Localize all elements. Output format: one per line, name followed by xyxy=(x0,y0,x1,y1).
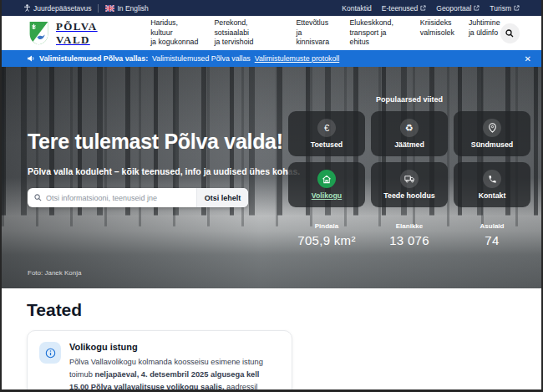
tile-volikogu[interactable]: Volikogu xyxy=(288,162,365,207)
teated-heading: Teated xyxy=(2,288,541,330)
stat-elanikke: Elanikke 13 076 xyxy=(371,222,448,247)
external-link-icon xyxy=(514,5,520,11)
megaphone-icon xyxy=(27,54,35,63)
popular-links-title: Populaarsed viited xyxy=(288,95,530,104)
topbar-link-kontaktid[interactable]: Kontaktid xyxy=(342,4,371,13)
accessibility-label: Juurdepääsetavus xyxy=(33,4,91,13)
language-link[interactable]: In English xyxy=(105,4,148,13)
tile-kontakt[interactable]: Kontakt xyxy=(454,162,530,207)
nav-item-perekond[interactable]: Perekond, sotsiaalabija tervishoid xyxy=(214,18,282,47)
topbar-divider xyxy=(98,4,99,13)
stat-asulaid: Asulaid 74 xyxy=(454,222,530,247)
tile-grid: € Toetused ♻ Jäätmed Sündmused xyxy=(288,111,530,207)
announcement-title: Valimistulemused Põlva vallas: xyxy=(39,54,148,63)
main-nav: Haridus, kultuurja kogukonnad Perekond, … xyxy=(150,18,500,47)
popular-links: Populaarsed viited € Toetused ♻ Jäätmed … xyxy=(288,95,530,207)
search-icon xyxy=(505,29,514,38)
photo-credit: Foto: Janek Konja xyxy=(28,269,81,277)
stat-pindala: Pindala 705,9 km² xyxy=(288,222,365,247)
close-icon[interactable]: ✕ xyxy=(525,54,531,64)
tile-sundmused[interactable]: Sündmused xyxy=(454,111,530,156)
header-search-button[interactable] xyxy=(500,23,520,43)
search-input[interactable] xyxy=(42,194,196,202)
site-logo[interactable]: PÕLVA VALD xyxy=(28,20,132,47)
nav-item-ettevotlus[interactable]: Ettevõtlusja kinnisvara xyxy=(296,18,335,47)
map-pin-icon xyxy=(483,119,501,137)
home-icon xyxy=(317,170,336,188)
notice-title: Volikogu istung xyxy=(69,342,280,352)
municipality-stats: Pindala 705,9 km² Elanikke 13 076 Asulai… xyxy=(288,222,530,247)
notice-card[interactable]: Volikogu istung Põlva Vallavolikogu kolm… xyxy=(27,330,292,392)
language-label: In English xyxy=(117,4,148,13)
tile-teede-hooldus[interactable]: Teede hooldus xyxy=(371,162,448,207)
coat-of-arms-icon xyxy=(28,21,49,45)
hero-subtitle: Põlva valla koduleht – kõik teenused, in… xyxy=(28,166,300,176)
nav-item-elukeskkond[interactable]: Elukeskkond,transport ja ehitus xyxy=(350,18,406,47)
accessibility-icon xyxy=(23,4,31,12)
announcement-link[interactable]: Valimistulemuste protokoll xyxy=(255,54,340,63)
phone-icon xyxy=(483,170,501,188)
topbar: Juurdepääsetavus In English Kontaktid E-… xyxy=(2,0,541,16)
euro-icon: € xyxy=(317,119,336,137)
topbar-link-turism[interactable]: Turism xyxy=(490,4,520,13)
external-link-icon xyxy=(474,5,480,11)
info-icon xyxy=(39,342,61,364)
site-header: PÕLVA VALD Haridus, kultuurja kogukonnad… xyxy=(2,16,541,50)
page: Juurdepääsetavus In English Kontaktid E-… xyxy=(0,0,543,392)
nav-item-juhtimine[interactable]: Juhtimineja üldinfo xyxy=(469,18,500,47)
topbar-link-geoportaal[interactable]: Geoportaal xyxy=(436,4,480,13)
site-name: PÕLVA VALD xyxy=(56,20,132,47)
hero-title: Tere tulemast Põlva valda! xyxy=(28,130,283,154)
announcement-text: Valimistulemused Põlva vallas xyxy=(152,54,251,63)
hero-section: Tere tulemast Põlva valda! Põlva valla k… xyxy=(2,67,541,288)
main-content: Teated Volikogu istung Põlva Vallavoliko… xyxy=(2,288,541,392)
notice-content: Volikogu istung Põlva Vallavolikogu kolm… xyxy=(69,342,280,392)
recycle-icon: ♻ xyxy=(400,119,419,137)
announcement-bar: Valimistulemused Põlva vallas: Valimistu… xyxy=(2,50,541,67)
uk-flag-icon xyxy=(105,5,114,12)
search-submit-button[interactable]: Otsi lehelt xyxy=(196,188,248,207)
search-icon xyxy=(34,194,42,201)
tile-jaatmed[interactable]: ♻ Jäätmed xyxy=(371,111,448,156)
topbar-link-eteenused[interactable]: E-teenused xyxy=(382,4,426,13)
truck-icon xyxy=(400,170,419,188)
tile-toetused[interactable]: € Toetused xyxy=(288,111,365,156)
nav-item-kriisideks[interactable]: Kriisideksvalmisolek xyxy=(420,18,454,47)
accessibility-link[interactable]: Juurdepääsetavus xyxy=(23,4,91,13)
hero-search: Otsi lehelt xyxy=(28,188,248,207)
notice-body: Põlva Vallavolikogu kolmanda koosseisu e… xyxy=(69,356,280,392)
external-link-icon xyxy=(420,5,426,11)
nav-item-haridus[interactable]: Haridus, kultuurja kogukonnad xyxy=(150,18,200,47)
